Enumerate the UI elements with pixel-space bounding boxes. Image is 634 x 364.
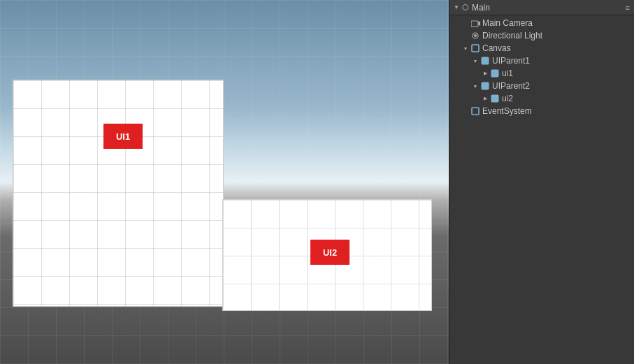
svg-rect-0 [471,21,478,27]
svg-rect-8 [491,95,498,102]
hierarchy-item-uiparent1[interactable]: UIParent1 [449,54,634,67]
eventsystem-icon [470,106,480,116]
canvas-icon [470,43,480,53]
hierarchy-arrow-icon: ▼ [454,4,459,10]
uiparent2-icon [480,81,490,91]
hierarchy-header-left: ▼ ⬡ Main [454,3,490,13]
ui2-label-text: UI2 [323,247,337,258]
main-camera-label: Main Camera [482,18,533,28]
scene-view[interactable]: UI1 UI2 [0,0,449,364]
hierarchy-title: Main [472,3,490,13]
svg-point-3 [474,34,477,37]
camera-icon [470,18,480,28]
ui2-label: ui2 [502,94,513,103]
hierarchy-item-ui1[interactable]: ui1 [449,67,634,80]
light-icon [470,31,480,41]
ui2-label-box: UI2 [310,240,350,265]
tree-arrow-canvas [461,43,470,53]
eventsystem-label: EventSystem [482,106,532,116]
tree-arrow-ui2 [480,94,490,103]
canvas-panel-1 [13,80,224,307]
hierarchy-item-uiparent2[interactable]: UIParent2 [449,80,634,92]
uiparent1-icon [480,56,490,66]
hierarchy-item-directional-light[interactable]: Directional Light [449,29,634,42]
svg-rect-7 [482,82,489,89]
hierarchy-panel: ▼ ⬡ Main ≡ Main Camera [449,0,634,364]
hierarchy-item-ui2[interactable]: ui2 [449,92,634,105]
tree-arrow-uiparent1 [470,56,480,66]
canvas-label: Canvas [482,43,511,53]
hierarchy-body: Main Camera Directional Light Canvas [449,15,634,364]
tree-arrow-main-camera [461,18,470,28]
hierarchy-item-main-camera[interactable]: Main Camera [449,17,634,29]
hierarchy-header: ▼ ⬡ Main ≡ [449,0,634,15]
svg-rect-4 [472,45,479,52]
hierarchy-item-eventsystem[interactable]: EventSystem [449,105,634,117]
tree-arrow-eventsystem [461,106,470,116]
hierarchy-menu-button[interactable]: ≡ [626,3,630,12]
ui1-label: ui1 [502,68,513,78]
uiparent2-label: UIParent2 [492,81,530,91]
svg-rect-6 [491,70,498,77]
ui1-icon [490,68,500,78]
ui1-label-text: UI1 [116,131,130,142]
tree-arrow-ui1 [480,68,490,78]
uiparent1-label: UIParent1 [492,56,530,66]
directional-light-label: Directional Light [482,31,542,41]
hierarchy-item-canvas[interactable]: Canvas [449,42,634,54]
tree-arrow-directional-light [461,31,470,41]
tree-arrow-uiparent2 [470,81,480,91]
ui2-icon [490,94,500,103]
canvas-panel-1-grid [13,80,223,306]
ui1-label-box: UI1 [103,124,143,149]
svg-rect-5 [482,57,489,64]
svg-rect-9 [472,108,479,115]
hierarchy-menu-icon: ≡ [626,3,630,12]
hierarchy-unity-icon: ⬡ [462,3,469,12]
